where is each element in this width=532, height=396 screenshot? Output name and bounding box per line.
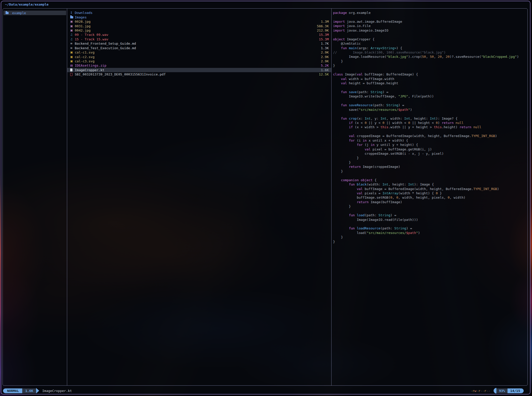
code-line: Image(ImageIO.read(File(path))) xyxy=(333,218,528,222)
file-name: 15 - Track 15.wav xyxy=(75,37,317,41)
file-row[interactable]: ImageCropper.kt1.6K xyxy=(67,68,331,72)
archive-icon: ▤ xyxy=(70,64,75,67)
powerline-cap-icon xyxy=(494,388,496,393)
code-line xyxy=(333,112,528,116)
file-size: 2.9K xyxy=(321,50,329,54)
code-line: for (i in x until x + width) { xyxy=(333,138,528,143)
file-row[interactable]: ♫09 - Track 09.wav15.3M xyxy=(67,33,331,37)
powerline-arrow-icon xyxy=(36,388,39,393)
file-list-pane[interactable]: ↧DownloadsImages▣0028.jpg1.3M▣0031.jpg58… xyxy=(67,9,331,385)
code-line: fun main(args: Array<String>) { xyxy=(333,46,528,50)
code-line: } xyxy=(333,204,528,208)
code-line: import java.awt.image.BufferedImage xyxy=(333,19,528,24)
image-icon: ▣ xyxy=(70,51,75,54)
audio-icon: ♫ xyxy=(70,33,75,36)
code-line: fun saveResource(path: String) = xyxy=(333,103,528,107)
markdown-icon: ≡ xyxy=(70,42,75,45)
mode-badge: NORMAL xyxy=(3,388,22,393)
file-row[interactable]: ▣0028.jpg1.3M xyxy=(67,19,331,24)
file-size: 586.3K xyxy=(317,24,329,28)
file-name: 09 - Track 09.wav xyxy=(75,33,317,37)
code-line: return Image(croppedImage) xyxy=(333,165,528,169)
code-line: load("src/main/resources/$path") xyxy=(333,231,528,235)
code-line: val pixel = buffImage.getRGB(i, j) xyxy=(333,147,528,151)
code-line: } xyxy=(333,240,528,244)
file-size: 15.3M xyxy=(319,33,329,37)
file-row[interactable]: ≡Backend_Frontend_Setup_Guide.md1.7K xyxy=(67,41,331,46)
parent-dir-name: example xyxy=(12,11,26,15)
code-line xyxy=(333,15,528,19)
file-size: 1.6K xyxy=(321,68,329,72)
code-line: @JvmStatic xyxy=(333,41,528,46)
code-line: fun load(path: String) = xyxy=(333,213,528,217)
code-line: val height = buffImage.height xyxy=(333,81,528,85)
code-line: val width = buffImage.width xyxy=(333,77,528,81)
status-right: -rw-r--r-- 93% 14/15 xyxy=(470,388,524,393)
code-line xyxy=(333,173,528,178)
pdf-icon xyxy=(70,73,75,76)
code-line: if (x < 0 || y < 0 || width < 0 || heigh… xyxy=(333,121,528,125)
parent-pane[interactable]: example xyxy=(3,9,67,385)
file-row[interactable]: ▣0042.jpg212.9K xyxy=(67,28,331,33)
file-row[interactable]: SBI_0032013739_2023_DE05_0003155631Invoi… xyxy=(67,72,331,76)
parent-dir-row[interactable]: example xyxy=(4,11,66,15)
download-icon: ↧ xyxy=(70,11,75,14)
image-icon: ▣ xyxy=(70,20,75,23)
scroll-percent-badge: 93% xyxy=(496,388,507,393)
status-left: NORMAL 1.6K ImageCropper.kt xyxy=(3,388,72,393)
file-name: IDEAsettings.zip xyxy=(75,64,319,67)
code-line: return Image(buffImage) xyxy=(333,200,528,204)
status-bar: NORMAL 1.6K ImageCropper.kt -rw-r--r-- 9… xyxy=(3,387,528,394)
code-line xyxy=(333,209,528,213)
code-line: if (x + width > this.width || y + height… xyxy=(333,125,528,129)
file-size: 12.5K xyxy=(319,72,329,76)
file-name: ImageCropper.kt xyxy=(75,68,319,72)
code-line: buffImage.setRGB(0, 0, width, height, pi… xyxy=(333,195,528,200)
code-line: package org.example xyxy=(333,11,528,15)
file-name: Downloads xyxy=(75,11,327,15)
file-size: 1.3M xyxy=(321,20,329,23)
code-line xyxy=(333,99,528,103)
file-name: cal-c3.svg xyxy=(75,59,319,63)
file-row[interactable]: ↧Downloads xyxy=(67,11,331,15)
file-row[interactable]: ▤IDEAsettings.zip5.2K xyxy=(67,63,331,68)
file-row[interactable]: ▣0031.jpg586.3K xyxy=(67,24,331,28)
code-line: object ImageCropper { xyxy=(333,37,528,41)
code-line: val buffImage = BufferedImage(width, hei… xyxy=(333,187,528,191)
code-line: croppedImage.setRGB(i - x, j - y, pixel) xyxy=(333,151,528,156)
code-line: fun loadResource(path: String) = xyxy=(333,226,528,230)
file-size: 1.7K xyxy=(321,42,329,45)
code-line: } xyxy=(333,235,528,239)
code-line: import java.io.File xyxy=(333,24,528,28)
status-filename: ImageCropper.kt xyxy=(42,389,72,393)
markdown-icon: ≡ xyxy=(70,46,75,50)
code-line: fun crop(x: Int, y: Int, width: Int, hei… xyxy=(333,116,528,121)
file-name: Backend_Frontend_Setup_Guide.md xyxy=(75,42,319,45)
kotlin-file-icon xyxy=(70,68,75,71)
file-row[interactable]: ▣cal-c1.svg2.9K xyxy=(67,50,331,55)
image-icon: ▣ xyxy=(70,24,75,28)
code-line: save("src/main/resources/$path") xyxy=(333,108,528,112)
code-line: Image.loadResource("black.jpg").crop(50,… xyxy=(333,55,528,59)
cursor-position-badge: 14/15 xyxy=(508,388,524,393)
desktop: ~/Data/example/example example ↧Download… xyxy=(0,0,532,396)
image-icon: ▣ xyxy=(70,60,75,63)
code-line: fun save(path: String) = xyxy=(333,90,528,94)
file-name: SBI_0032013739_2023_DE05_0003155631Invoi… xyxy=(75,72,317,76)
code-line xyxy=(333,33,528,37)
file-size: 5.2K xyxy=(321,64,329,67)
folder-icon xyxy=(6,12,10,14)
code-line: } xyxy=(333,160,528,165)
file-row[interactable]: ≡Backend_Test_Execution_Guide.md1.3K xyxy=(67,46,331,50)
preview-pane[interactable]: package org.example import java.awt.imag… xyxy=(332,9,528,385)
file-name: cal-c2.svg xyxy=(75,55,319,59)
file-row[interactable]: Images xyxy=(67,15,331,19)
code-line: val croppedImage = BufferedImage(width, … xyxy=(333,134,528,138)
file-row[interactable]: ▣cal-c3.svg2.9K xyxy=(67,59,331,63)
audio-icon: ♫ xyxy=(70,38,75,41)
code-line: ImageIO.write(buffImage, "JPG", File(pat… xyxy=(333,94,528,98)
file-row[interactable]: ▣cal-c2.svg2.9K xyxy=(67,55,331,59)
file-row[interactable]: ♫15 - Track 15.wav15.3M xyxy=(67,37,331,41)
permissions-text: -rw-r--r-- xyxy=(470,389,490,393)
file-size: 15.3M xyxy=(319,37,329,41)
